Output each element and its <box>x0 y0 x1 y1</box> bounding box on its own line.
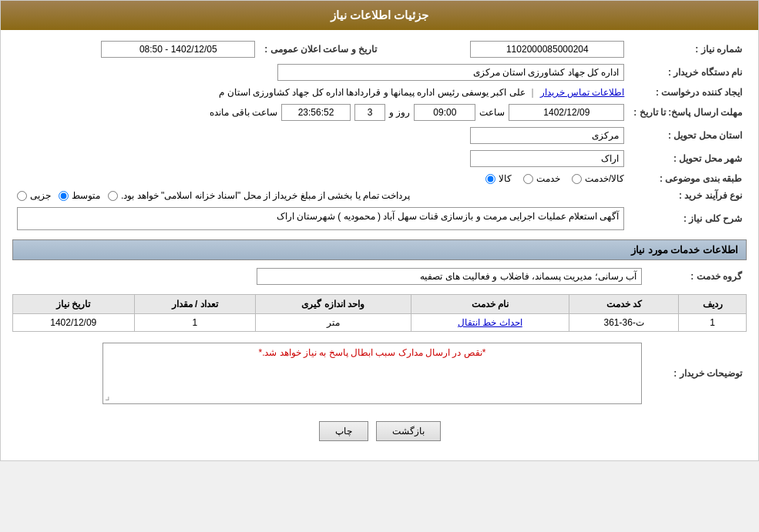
creator-value: علی اکبر یوسفی رئیس اداره پیمانها و قرار… <box>219 87 525 98</box>
page-container: جزئیات اطلاعات نیاز شماره نیاز : 1102000… <box>0 0 759 461</box>
row-category: طبقه بندی موضوعی : کالا خدمت کالا/خدمت <box>12 170 747 187</box>
category-khedmat-label: خدمت <box>536 173 560 184</box>
category-khedmat-radio[interactable] <box>523 174 533 184</box>
category-both-item[interactable]: کالا/خدمت <box>572 173 624 184</box>
announce-date-label: تاریخ و ساعت اعلان عمومی : <box>260 38 381 61</box>
category-khedmat-item[interactable]: خدمت <box>523 173 560 184</box>
purchase-asnad-item[interactable]: پرداخت تمام یا بخشی از مبلغ خریداز از مح… <box>108 190 410 201</box>
main-info-table: شماره نیاز : 1102000085000204 تاریخ و سا… <box>12 38 747 233</box>
province-value: مرکزی <box>470 127 624 144</box>
creator-contact-link[interactable]: اطلاعات تماس خریدار <box>540 87 625 98</box>
service-group-table: گروه خدمت : آب رسانی؛ مدیریت پسماند، فاض… <box>12 265 747 288</box>
buyer-desc-label: توضیحات خریدار : <box>646 340 747 407</box>
remaining-label: ساعت باقی مانده <box>210 107 277 118</box>
row-need-number: شماره نیاز : 1102000085000204 تاریخ و سا… <box>12 38 747 61</box>
need-desc-label: شرح کلی نیاز : <box>629 204 747 233</box>
cell-unit: متر <box>255 314 411 332</box>
deadline-row: 1402/12/09 ساعت 09:00 روز و 3 23:56:52 س… <box>17 104 624 121</box>
purchase-jozi-label: جزیی <box>30 190 51 201</box>
table-row: 1 ت-36-361 احداث خط انتقال متر 1 1402/12… <box>13 314 747 332</box>
need-number-label: شماره نیاز : <box>629 38 747 61</box>
cell-date: 1402/12/09 <box>13 314 135 332</box>
category-kala-label: کالا <box>499 173 512 184</box>
service-group-value: آب رسانی؛ مدیریت پسماند، فاضلاب و فعالیت… <box>257 268 642 285</box>
purchase-motavasset-label: متوسط <box>72 190 100 201</box>
row-purchase-type: نوع فرآیند خرید : جزیی متوسط پرداخت تمام… <box>12 187 747 204</box>
buyer-org-label: نام دستگاه خریدار : <box>629 61 747 84</box>
purchase-type-group: جزیی متوسط پرداخت تمام یا بخشی از مبلغ خ… <box>17 190 624 201</box>
table-header-row: ردیف کد خدمت نام خدمت واحد اندازه گیری ت… <box>13 295 747 314</box>
buyer-desc-table: توضیحات خریدار : *نقص در ارسال مدارک سبب… <box>12 340 747 407</box>
purchase-asnad-label: پرداخت تمام یا بخشی از مبلغ خریداز از مح… <box>121 190 410 201</box>
deadline-days: 3 <box>354 104 385 121</box>
need-number-row: 1102000085000204 <box>386 41 624 58</box>
category-kala-radio[interactable] <box>485 174 495 184</box>
col-date: تاریخ نیاز <box>13 295 135 314</box>
purchase-asnad-radio[interactable] <box>108 191 118 201</box>
row-city: شهر محل تحویل : اراک <box>12 147 747 170</box>
col-quantity: تعداد / مقدار <box>134 295 255 314</box>
deadline-date: 1402/12/09 <box>509 104 624 121</box>
cell-service-code: ت-36-361 <box>569 314 679 332</box>
row-deadline: مهلت ارسال پاسخ: تا تاریخ : 1402/12/09 س… <box>12 101 747 124</box>
purchase-jozi-radio[interactable] <box>17 191 27 201</box>
deadline-remaining: 23:56:52 <box>281 104 351 121</box>
buyer-org-value: اداره کل جهاد کشاورزی استان مرکزی <box>277 64 624 81</box>
col-service-name: نام خدمت <box>411 295 569 314</box>
row-buyer-org: نام دستگاه خریدار : اداره کل جهاد کشاورز… <box>12 61 747 84</box>
announce-date-value: 1402/12/05 - 08:50 <box>101 41 255 58</box>
service-group-label: گروه خدمت : <box>646 265 747 288</box>
province-label: استان محل تحویل : <box>629 124 747 147</box>
resize-handle-icon: ⌟ <box>105 390 110 402</box>
purchase-type-label: نوع فرآیند خرید : <box>629 187 747 204</box>
cell-service-name: احداث خط انتقال <box>411 314 569 332</box>
category-radio-group: کالا خدمت کالا/خدمت <box>17 173 624 184</box>
creator-label: ایجاد کننده درخواست : <box>629 84 747 101</box>
col-service-code: کد خدمت <box>569 295 679 314</box>
creator-row: اطلاعات تماس خریدار | علی اکبر یوسفی رئی… <box>17 87 624 98</box>
category-both-label: کالا/خدمت <box>585 173 624 184</box>
purchase-motavasset-radio[interactable] <box>59 191 69 201</box>
header-title: جزئیات اطلاعات نیاز <box>331 8 428 22</box>
buyer-desc-box: *نقص در ارسال مدارک سبب ابطال پاسخ به نی… <box>102 343 642 404</box>
back-button[interactable]: بازگشت <box>376 421 441 441</box>
services-data-table: ردیف کد خدمت نام خدمت واحد اندازه گیری ت… <box>12 294 747 332</box>
category-both-radio[interactable] <box>572 174 582 184</box>
cell-quantity: 1 <box>134 314 255 332</box>
print-button[interactable]: چاپ <box>319 421 368 441</box>
row-creator: ایجاد کننده درخواست : اطلاعات تماس خریدا… <box>12 84 747 101</box>
button-row: بازگشت چاپ <box>12 413 747 453</box>
col-unit: واحد اندازه گیری <box>255 295 411 314</box>
content-area: شماره نیاز : 1102000085000204 تاریخ و سا… <box>1 30 758 460</box>
deadline-label: مهلت ارسال پاسخ: تا تاریخ : <box>629 101 747 124</box>
need-number-value: 1102000085000204 <box>470 41 624 58</box>
row-province: استان محل تحویل : مرکزی <box>12 124 747 147</box>
category-kala-item[interactable]: کالا <box>485 173 512 184</box>
purchase-jozi-item[interactable]: جزیی <box>17 190 51 201</box>
time-label: ساعت <box>479 107 505 118</box>
page-header: جزئیات اطلاعات نیاز <box>1 1 758 30</box>
deadline-time: 09:00 <box>414 104 475 121</box>
category-label: طبقه بندی موضوعی : <box>629 170 747 187</box>
need-desc-value: آگهی استعلام عملیات اجرایی مرمت و بازساز… <box>17 207 624 230</box>
city-value: اراک <box>470 150 624 167</box>
purchase-motavasset-item[interactable]: متوسط <box>59 190 100 201</box>
col-row-num: ردیف <box>679 295 747 314</box>
days-label: روز و <box>389 107 410 118</box>
city-label: شهر محل تحویل : <box>629 147 747 170</box>
table-head: ردیف کد خدمت نام خدمت واحد اندازه گیری ت… <box>13 295 747 314</box>
services-section-header: اطلاعات خدمات مورد نیاز <box>12 239 747 260</box>
row-need-desc: شرح کلی نیاز : آگهی استعلام عملیات اجرای… <box>12 204 747 233</box>
service-name-link[interactable]: احداث خط انتقال <box>458 317 522 328</box>
row-service-group: گروه خدمت : آب رسانی؛ مدیریت پسماند، فاض… <box>12 265 747 288</box>
row-buyer-desc: توضیحات خریدار : *نقص در ارسال مدارک سبب… <box>12 340 747 407</box>
table-body: 1 ت-36-361 احداث خط انتقال متر 1 1402/12… <box>13 314 747 332</box>
cell-row-num: 1 <box>679 314 747 332</box>
buyer-desc-note: *نقص در ارسال مدارک سبب ابطال پاسخ به نی… <box>258 347 485 358</box>
